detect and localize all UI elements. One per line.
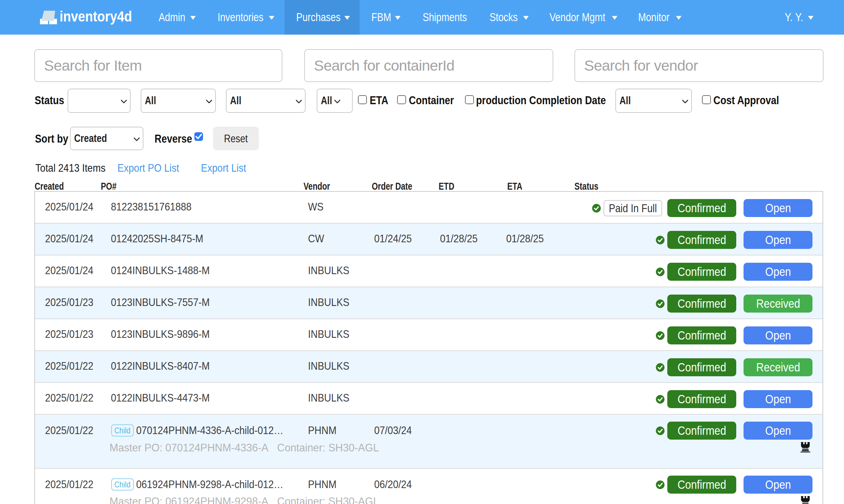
svg-text:inventory4d: inventory4d xyxy=(60,9,132,25)
